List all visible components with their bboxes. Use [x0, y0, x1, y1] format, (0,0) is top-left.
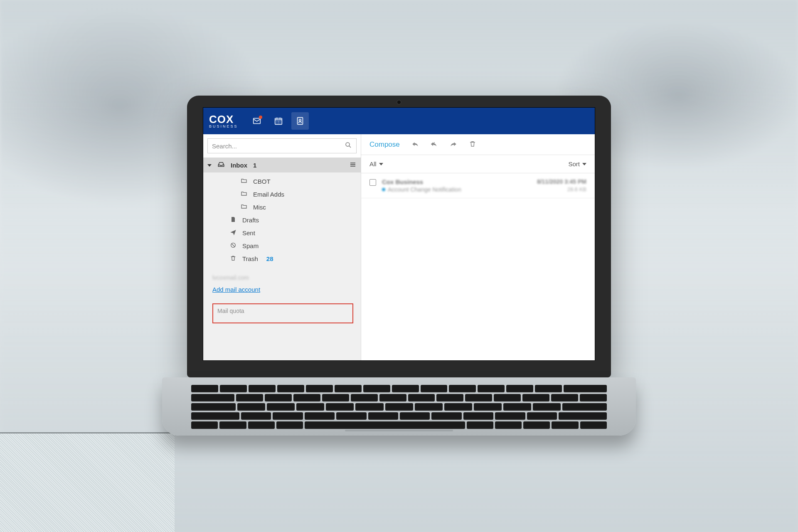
folder-label: CBOT	[253, 178, 271, 185]
nav-mail-icon[interactable]	[248, 112, 266, 130]
block-icon	[230, 242, 236, 250]
svg-point-3	[299, 119, 301, 121]
laptop-mockup: COX BUSINESS	[187, 96, 611, 436]
search-input-wrap[interactable]	[207, 138, 357, 153]
inbox-count: 1	[253, 162, 256, 169]
folder-label: Spam	[242, 242, 259, 249]
message-checkbox[interactable]	[369, 179, 376, 186]
nav-calendar-icon[interactable]	[270, 112, 287, 130]
bench-surface	[0, 432, 175, 532]
nav-contacts-icon[interactable]	[291, 112, 309, 130]
folder-label: Sent	[242, 229, 255, 236]
forward-icon[interactable]	[450, 140, 457, 149]
sort-dropdown[interactable]: Sort	[568, 160, 586, 167]
folder-label: Drafts	[242, 217, 259, 224]
sort-label: Sort	[568, 160, 580, 167]
message-panel: Compose All Sort	[361, 134, 595, 360]
message-row[interactable]: Cox Business 8/11/2020 3:45 PM Account C…	[361, 173, 595, 198]
folder-icon	[241, 177, 247, 185]
mail-quota-box: Mail quota	[212, 303, 353, 323]
inbox-label: Inbox	[231, 162, 247, 169]
logo-text: COX	[209, 114, 238, 125]
cox-business-logo: COX BUSINESS	[209, 114, 238, 128]
trash-icon	[230, 255, 236, 263]
folder-icon	[241, 190, 247, 198]
laptop-keyboard	[162, 377, 636, 436]
filter-all-dropdown[interactable]: All	[369, 160, 383, 167]
svg-point-4	[346, 143, 350, 146]
add-mail-account-link[interactable]: Add mail account	[212, 286, 260, 293]
delete-icon[interactable]	[469, 140, 476, 149]
folder-sent[interactable]: Sent	[203, 227, 361, 239]
chevron-down-icon	[379, 162, 383, 166]
folder-cbot[interactable]: CBOT	[203, 175, 361, 188]
message-date: 8/11/2020 3:45 PM	[537, 178, 586, 185]
compose-button[interactable]: Compose	[369, 140, 400, 149]
list-controls-bar: All Sort	[361, 155, 595, 173]
top-nav-bar: COX BUSINESS	[203, 108, 595, 134]
logo-subtext: BUSINESS	[209, 125, 238, 128]
app-screen: COX BUSINESS	[203, 107, 595, 361]
document-icon	[230, 216, 236, 224]
message-toolbar: Compose	[361, 134, 595, 155]
message-sender: Cox Business	[382, 178, 423, 185]
paper-plane-icon	[230, 229, 236, 237]
filter-label: All	[369, 160, 377, 167]
mail-quota-label: Mail quota	[217, 308, 244, 314]
inbox-icon	[217, 161, 225, 170]
inbox-folder-header[interactable]: Inbox 1	[203, 158, 361, 172]
search-input[interactable]	[212, 143, 345, 150]
unread-dot-icon	[382, 188, 385, 191]
chevron-down-icon	[582, 162, 586, 166]
reply-all-icon[interactable]	[431, 140, 438, 149]
reply-icon[interactable]	[411, 140, 419, 149]
hamburger-menu-icon[interactable]	[349, 161, 357, 170]
message-size: 28.6 KB	[567, 186, 586, 193]
folder-misc[interactable]: Misc	[203, 201, 361, 214]
folder-label: Trash	[242, 255, 258, 262]
folder-list: CBOT Email Adds Misc Drafts	[203, 172, 361, 268]
webcam-icon	[397, 101, 401, 104]
folder-trash[interactable]: Trash 28	[203, 252, 361, 265]
folder-label: Misc	[253, 204, 266, 211]
notification-dot-icon	[259, 116, 262, 119]
folder-label: Email Adds	[253, 191, 284, 198]
folder-spam[interactable]: Spam	[203, 239, 361, 252]
folder-email-adds[interactable]: Email Adds	[203, 188, 361, 201]
sidebar: Inbox 1 CBOT Email Adds	[203, 134, 361, 360]
caret-down-icon[interactable]	[207, 162, 212, 169]
folder-icon	[241, 203, 247, 211]
trash-count: 28	[266, 255, 273, 262]
folder-drafts[interactable]: Drafts	[203, 214, 361, 227]
account-domain-text: lvcoxmail.com	[203, 268, 361, 283]
message-subject: Account Change Notification	[382, 186, 461, 193]
search-icon[interactable]	[345, 141, 352, 150]
